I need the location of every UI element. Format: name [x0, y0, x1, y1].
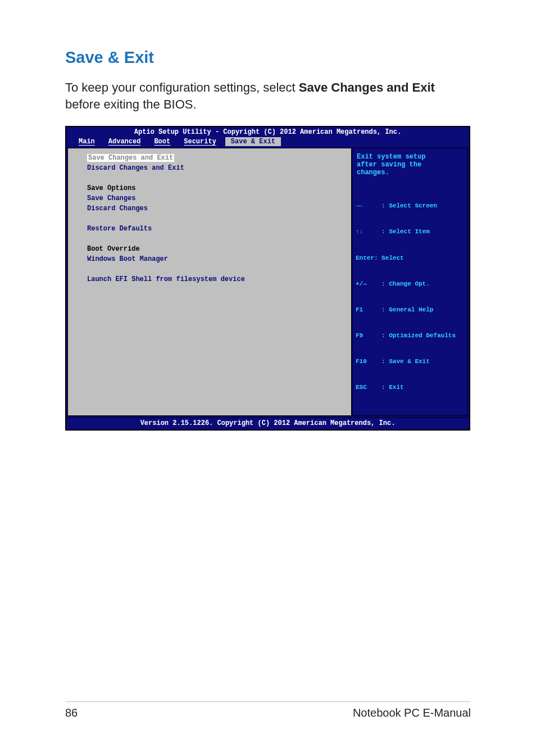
key-f9: F9 [356, 332, 381, 340]
manual-title: Notebook PC E-Manual [353, 707, 471, 719]
item-windows-boot-manager[interactable]: Windows Boot Manager [87, 255, 343, 263]
page-footer: 86 Notebook PC E-Manual [65, 701, 471, 719]
section-heading: Save & Exit [65, 48, 471, 67]
intro-paragraph: To keep your configuration settings, sel… [65, 79, 471, 112]
tab-advanced[interactable]: Advanced [104, 137, 146, 146]
tab-boot[interactable]: Boot [149, 137, 175, 146]
key-arrows-lr-desc: : Select Screen [381, 202, 437, 210]
bios-menubar: Main Advanced Boot Security Save & Exit [66, 137, 469, 148]
intro-text-before: To keep your configuration settings, sel… [65, 80, 299, 94]
intro-text-bold: Save Changes and Exit [299, 80, 435, 94]
tab-security[interactable]: Security [179, 137, 221, 146]
page-number: 86 [65, 707, 78, 719]
tab-save-exit[interactable]: Save & Exit [225, 137, 281, 146]
key-f10-desc: : Save & Exit [381, 357, 430, 366]
heading-boot-override: Boot Override [87, 245, 343, 253]
bios-right-pane: Exit system setup after saving the chang… [352, 148, 468, 415]
key-enter: Enter: [356, 254, 381, 262]
bios-window: Aptio Setup Utility - Copyright (C) 2012… [65, 126, 470, 430]
key-f9-desc: : Optimized Defaults [381, 332, 456, 340]
item-discard-changes-and-exit[interactable]: Discard Changes and Exit [87, 164, 343, 172]
key-esc: ESC [356, 383, 381, 392]
key-plusminus-desc: : Change Opt. [381, 280, 430, 288]
item-save-changes-and-exit[interactable]: Save Changes and Exit [87, 154, 174, 162]
key-enter-desc: Select [381, 254, 404, 262]
bios-body: Save Changes and Exit Discard Changes an… [66, 148, 469, 417]
bios-footer: Version 2.15.1226. Copyright (C) 2012 Am… [66, 417, 469, 429]
bios-key-legend: →←: Select Screen ↑↓: Select Item Enter:… [352, 181, 467, 415]
bios-titlebar: Aptio Setup Utility - Copyright (C) 2012… [66, 127, 469, 137]
item-restore-defaults[interactable]: Restore Defaults [87, 225, 343, 233]
key-esc-desc: : Exit [381, 383, 404, 392]
key-arrows-ud-desc: : Select Item [381, 228, 430, 236]
key-f1: F1 [356, 306, 381, 314]
item-discard-changes[interactable]: Discard Changes [87, 205, 343, 212]
key-plusminus: +/— [356, 280, 381, 288]
intro-text-after: before exiting the BIOS. [65, 97, 197, 111]
key-arrows-ud: ↑↓ [356, 228, 381, 236]
bios-help-text: Exit system setup after saving the chang… [352, 148, 467, 181]
help-line: changes. [357, 169, 463, 176]
bios-left-pane: Save Changes and Exit Discard Changes an… [67, 148, 352, 415]
heading-save-options: Save Options [87, 184, 343, 192]
key-f1-desc: : General Help [381, 306, 433, 314]
key-f10: F10 [356, 357, 381, 366]
key-arrows-lr: →← [356, 202, 381, 210]
help-line: after saving the [357, 161, 463, 169]
item-save-changes[interactable]: Save Changes [87, 194, 343, 202]
help-line: Exit system setup [357, 153, 463, 161]
tab-main[interactable]: Main [74, 137, 99, 146]
item-launch-efi-shell[interactable]: Launch EFI Shell from filesystem device [87, 275, 343, 283]
